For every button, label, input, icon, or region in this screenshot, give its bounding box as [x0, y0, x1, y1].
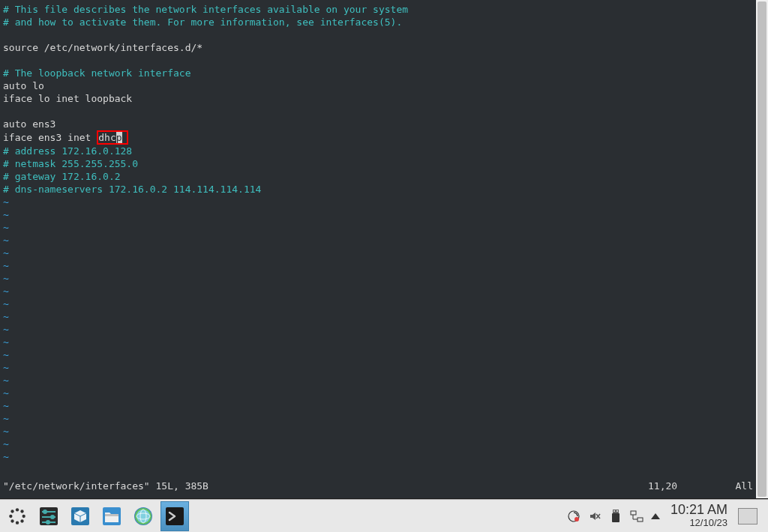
taskbar: 10:21 AM 12/10/23 [0, 499, 768, 532]
empty-line-tilde: ~ [3, 438, 753, 450]
editor-content: # This file describes the network interf… [3, 3, 753, 463]
terminal-scrollbar[interactable] [756, 0, 768, 498]
empty-line-tilde: ~ [3, 297, 753, 310]
update-notifier-icon[interactable] [567, 510, 580, 523]
svg-point-14 [46, 520, 50, 525]
empty-line-tilde: ~ [3, 285, 753, 297]
scrollbar-thumb[interactable] [758, 1, 766, 497]
empty-line-tilde: ~ [3, 259, 753, 272]
status-scroll: All [730, 480, 753, 492]
highlighted-dhcp: dhcp [97, 130, 128, 145]
editor-line: # and how to activate them. For more inf… [3, 16, 753, 28]
editor-line: # dns-nameservers 172.16.0.2 114.114.114… [3, 183, 753, 196]
empty-line-tilde: ~ [3, 387, 753, 399]
editor-line: # netmask 255.255.255.0 [3, 157, 753, 170]
empty-line-tilde: ~ [3, 247, 753, 259]
editor-line: # address 172.16.0.128 [3, 145, 753, 157]
editor-line: iface lo inet loopback [3, 92, 753, 105]
svg-point-0 [10, 510, 14, 513]
svg-rect-17 [105, 514, 118, 516]
empty-line-tilde: ~ [3, 221, 753, 234]
start-menu-button[interactable] [3, 501, 32, 531]
editor-line: # gateway 172.16.0.2 [3, 170, 753, 183]
empty-line-tilde: ~ [3, 450, 753, 463]
empty-line-tilde: ~ [3, 399, 753, 412]
editor-line: # This file describes the network interf… [3, 3, 753, 16]
empty-line-tilde: ~ [3, 374, 753, 387]
editor-line: # The loopback network interface [3, 67, 753, 79]
empty-line-tilde: ~ [3, 361, 753, 374]
editor-line [3, 28, 753, 41]
status-position: 11,20 [648, 480, 730, 492]
svg-point-2 [20, 510, 23, 513]
empty-line-tilde: ~ [3, 196, 753, 208]
empty-line-tilde: ~ [3, 310, 753, 323]
editor-line: source /etc/network/interfaces.d/* [3, 41, 753, 54]
svg-point-10 [43, 510, 47, 514]
file-manager-icon[interactable] [98, 501, 126, 531]
volume-muted-icon[interactable] [588, 510, 602, 523]
show-desktop-button[interactable] [738, 508, 758, 525]
svg-point-20 [136, 510, 150, 523]
svg-rect-30 [631, 511, 636, 515]
svg-rect-31 [638, 518, 643, 522]
editor-line: auto lo [3, 79, 753, 92]
svg-rect-29 [612, 513, 620, 522]
svg-point-25 [574, 517, 579, 522]
vim-status-line: "/etc/network/interfaces" 15L, 385B 11,2… [3, 480, 753, 492]
clock-time: 10:21 AM [670, 503, 728, 518]
svg-point-4 [22, 514, 26, 517]
network-icon[interactable] [630, 510, 644, 523]
tray-expand-icon[interactable] [651, 513, 660, 519]
svg-point-6 [16, 521, 19, 524]
editor-line [3, 54, 753, 67]
empty-line-tilde: ~ [3, 272, 753, 285]
package-manager-icon[interactable] [66, 501, 94, 531]
svg-point-12 [50, 515, 55, 519]
usb-device-icon[interactable] [609, 510, 622, 523]
editor-line: auto ens3 [3, 118, 753, 130]
empty-line-tilde: ~ [3, 234, 753, 247]
terminal-window[interactable]: # This file describes the network interf… [0, 0, 756, 498]
cursor: p [116, 132, 122, 143]
clock-date: 12/10/23 [670, 518, 728, 528]
editor-line: iface ens3 inet dhcp [3, 130, 753, 145]
empty-line-tilde: ~ [3, 425, 753, 438]
settings-app-icon[interactable] [34, 501, 63, 531]
svg-rect-28 [616, 510, 618, 512]
svg-point-1 [16, 508, 19, 511]
empty-line-tilde: ~ [3, 412, 753, 425]
svg-point-7 [20, 519, 23, 522]
editor-line [3, 105, 753, 118]
empty-line-tilde: ~ [3, 336, 753, 348]
system-tray: 10:21 AM 12/10/23 [561, 503, 768, 528]
empty-line-tilde: ~ [3, 323, 753, 336]
svg-rect-27 [614, 510, 615, 512]
svg-point-5 [10, 519, 14, 522]
empty-line-tilde: ~ [3, 208, 753, 221]
empty-line-tilde: ~ [3, 348, 753, 361]
terminal-app-icon[interactable] [160, 501, 189, 531]
clock[interactable]: 10:21 AM 12/10/23 [668, 503, 730, 528]
svg-point-3 [9, 514, 12, 517]
status-filename: "/etc/network/interfaces" 15L, 385B [3, 480, 648, 492]
browser-icon[interactable] [129, 501, 158, 531]
taskbar-launchers [0, 501, 192, 531]
